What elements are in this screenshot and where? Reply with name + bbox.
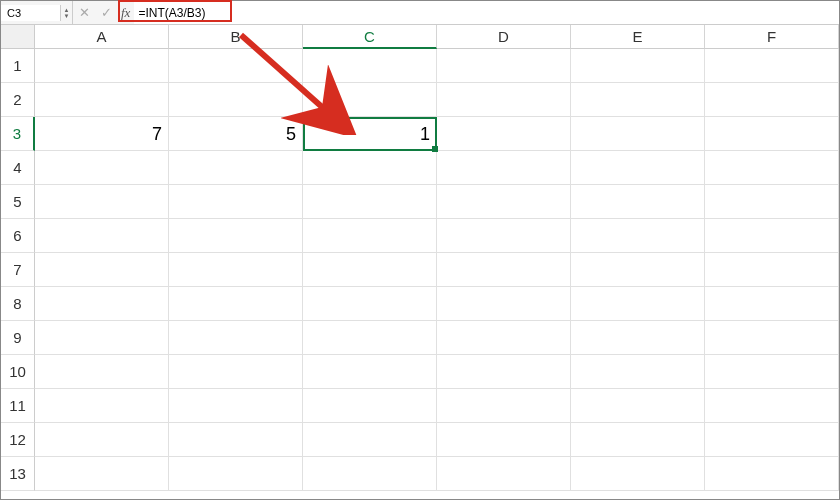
cell-C2[interactable] [303, 83, 437, 117]
cell-D2[interactable] [437, 83, 571, 117]
formula-input[interactable]: =INT(A3/B3) [134, 1, 839, 24]
cell-C7[interactable] [303, 253, 437, 287]
cell-F10[interactable] [705, 355, 839, 389]
cell-B5[interactable] [169, 185, 303, 219]
cell-F5[interactable] [705, 185, 839, 219]
cell-E13[interactable] [571, 457, 705, 491]
cell-A6[interactable] [35, 219, 169, 253]
cell-A1[interactable] [35, 49, 169, 83]
cell-B7[interactable] [169, 253, 303, 287]
row-header-12[interactable]: 12 [1, 423, 35, 457]
cell-E8[interactable] [571, 287, 705, 321]
cell-A13[interactable] [35, 457, 169, 491]
cell-B4[interactable] [169, 151, 303, 185]
row-header-1[interactable]: 1 [1, 49, 35, 83]
cell-E10[interactable] [571, 355, 705, 389]
row-header-10[interactable]: 10 [1, 355, 35, 389]
cell-C6[interactable] [303, 219, 437, 253]
cell-F3[interactable] [705, 117, 839, 151]
cell-D6[interactable] [437, 219, 571, 253]
cell-F2[interactable] [705, 83, 839, 117]
row-header-8[interactable]: 8 [1, 287, 35, 321]
cell-D10[interactable] [437, 355, 571, 389]
col-header-D[interactable]: D [437, 25, 571, 49]
cell-F13[interactable] [705, 457, 839, 491]
row-header-13[interactable]: 13 [1, 457, 35, 491]
cell-D8[interactable] [437, 287, 571, 321]
cell-B10[interactable] [169, 355, 303, 389]
fx-label[interactable]: fx [117, 5, 134, 21]
col-header-F[interactable]: F [705, 25, 839, 49]
cell-B13[interactable] [169, 457, 303, 491]
cell-A10[interactable] [35, 355, 169, 389]
cell-E9[interactable] [571, 321, 705, 355]
cell-D13[interactable] [437, 457, 571, 491]
cell-D3[interactable] [437, 117, 571, 151]
cell-E2[interactable] [571, 83, 705, 117]
cell-C12[interactable] [303, 423, 437, 457]
row-header-3[interactable]: 3 [1, 117, 35, 151]
cell-A12[interactable] [35, 423, 169, 457]
cell-E3[interactable] [571, 117, 705, 151]
cell-F9[interactable] [705, 321, 839, 355]
cell-F11[interactable] [705, 389, 839, 423]
cell-E5[interactable] [571, 185, 705, 219]
col-header-C[interactable]: C [303, 25, 437, 49]
name-box-stepper[interactable]: ▲ ▼ [61, 1, 73, 24]
name-box[interactable]: C3 [1, 5, 61, 21]
cell-D12[interactable] [437, 423, 571, 457]
row-header-4[interactable]: 4 [1, 151, 35, 185]
row-header-5[interactable]: 5 [1, 185, 35, 219]
cell-D5[interactable] [437, 185, 571, 219]
col-header-A[interactable]: A [35, 25, 169, 49]
cell-E1[interactable] [571, 49, 705, 83]
cell-B12[interactable] [169, 423, 303, 457]
cell-A2[interactable] [35, 83, 169, 117]
cell-C11[interactable] [303, 389, 437, 423]
confirm-button[interactable]: ✓ [95, 5, 117, 20]
row-header-6[interactable]: 6 [1, 219, 35, 253]
row-header-11[interactable]: 11 [1, 389, 35, 423]
cell-B3[interactable]: 5 [169, 117, 303, 151]
cell-C13[interactable] [303, 457, 437, 491]
cell-D7[interactable] [437, 253, 571, 287]
row-header-7[interactable]: 7 [1, 253, 35, 287]
cell-C8[interactable] [303, 287, 437, 321]
cell-F4[interactable] [705, 151, 839, 185]
cell-F8[interactable] [705, 287, 839, 321]
row-header-9[interactable]: 9 [1, 321, 35, 355]
cell-C5[interactable] [303, 185, 437, 219]
col-header-B[interactable]: B [169, 25, 303, 49]
cell-E12[interactable] [571, 423, 705, 457]
cell-E11[interactable] [571, 389, 705, 423]
cell-D1[interactable] [437, 49, 571, 83]
cell-C10[interactable] [303, 355, 437, 389]
cell-B9[interactable] [169, 321, 303, 355]
cell-F6[interactable] [705, 219, 839, 253]
cell-C9[interactable] [303, 321, 437, 355]
cell-B6[interactable] [169, 219, 303, 253]
cell-C4[interactable] [303, 151, 437, 185]
cell-F12[interactable] [705, 423, 839, 457]
cell-C3[interactable]: 1 [303, 117, 437, 151]
cancel-button[interactable]: ✕ [73, 5, 95, 20]
cell-B11[interactable] [169, 389, 303, 423]
cell-D11[interactable] [437, 389, 571, 423]
cell-A11[interactable] [35, 389, 169, 423]
cell-A8[interactable] [35, 287, 169, 321]
cell-B8[interactable] [169, 287, 303, 321]
cell-E7[interactable] [571, 253, 705, 287]
col-header-E[interactable]: E [571, 25, 705, 49]
cell-A3[interactable]: 7 [35, 117, 169, 151]
cell-B2[interactable] [169, 83, 303, 117]
cell-B1[interactable] [169, 49, 303, 83]
cell-E4[interactable] [571, 151, 705, 185]
cell-D9[interactable] [437, 321, 571, 355]
cell-A4[interactable] [35, 151, 169, 185]
select-all-corner[interactable] [1, 25, 35, 49]
cell-F1[interactable] [705, 49, 839, 83]
cell-E6[interactable] [571, 219, 705, 253]
cell-D4[interactable] [437, 151, 571, 185]
cell-F7[interactable] [705, 253, 839, 287]
cell-A7[interactable] [35, 253, 169, 287]
